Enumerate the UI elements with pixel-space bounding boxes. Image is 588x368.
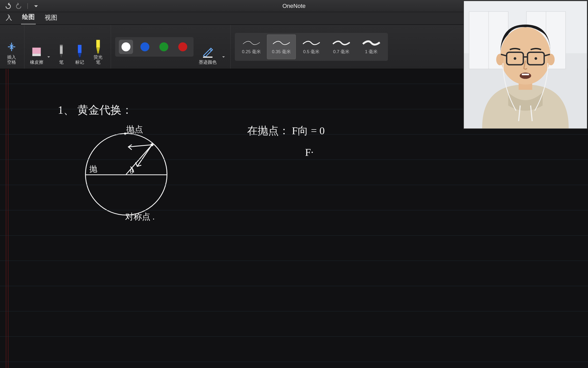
svg-rect-6 [78, 45, 82, 53]
highlighter-button[interactable]: 荧光 笔 [90, 41, 106, 69]
color-swatch-green[interactable] [157, 40, 171, 54]
insert-space-button[interactable]: 插入 空格 [4, 41, 19, 69]
svg-text:F·: F· [305, 146, 313, 158]
thickness-0-5[interactable]: 0.5 毫米 [297, 34, 326, 59]
horizontal-rule [0, 160, 588, 160]
thickness-1-label: 1 毫米 [365, 49, 378, 55]
marker-button[interactable]: 标记 [72, 46, 88, 69]
svg-rect-1 [32, 48, 41, 54]
eraser-icon [30, 46, 43, 58]
svg-marker-7 [78, 53, 82, 57]
tab-view[interactable]: 视图 [44, 11, 58, 24]
horizontal-rule [0, 311, 588, 311]
eraser-button[interactable]: 橡皮擦 [29, 46, 44, 69]
svg-point-38 [547, 54, 555, 65]
insert-space-icon [5, 41, 18, 53]
svg-rect-5 [60, 45, 63, 46]
chevron-down-icon[interactable] [33, 3, 39, 9]
thickness-0-25[interactable]: 0.25 毫米 [237, 34, 266, 59]
svg-point-44 [514, 57, 516, 60]
svg-rect-8 [79, 57, 80, 58]
svg-rect-11 [97, 52, 99, 53]
group-tools: 橡皮擦 笔 标记 荧光 笔 [24, 25, 108, 69]
horizontal-rule [0, 235, 588, 236]
presenter-illustration [464, 1, 587, 128]
marker-label: 标记 [75, 60, 84, 65]
horizontal-rule [0, 286, 588, 286]
horizontal-rule [0, 210, 588, 210]
color-swatch-bar [115, 37, 194, 57]
svg-marker-4 [60, 54, 63, 58]
undo-icon[interactable] [4, 3, 11, 9]
eraser-label: 橡皮擦 [30, 60, 43, 65]
svg-point-45 [535, 57, 537, 60]
eraser-dropdown[interactable] [47, 56, 51, 69]
svg-text:在抛点： F向 = 0: 在抛点： F向 = 0 [247, 125, 325, 137]
color-swatch-blue[interactable] [138, 40, 152, 54]
ink-color-icon [201, 46, 214, 58]
tab-draw[interactable]: 绘图 [21, 11, 36, 24]
group-colors: 墨迹颜色 [111, 25, 227, 69]
svg-rect-9 [96, 40, 100, 47]
ink-color-button[interactable]: 墨迹颜色 [199, 46, 217, 69]
pen-icon [55, 46, 68, 58]
svg-point-46 [520, 73, 531, 79]
group-thickness: 0.25 毫米 0.35 毫米 0.5 毫米 0.7 毫米 1 毫米 [230, 25, 389, 69]
svg-point-37 [496, 54, 504, 65]
thickness-0-35[interactable]: 0.35 毫米 [267, 34, 296, 59]
color-swatch-white[interactable] [119, 40, 133, 54]
svg-rect-12 [203, 57, 212, 58]
svg-line-18 [137, 145, 152, 166]
svg-marker-10 [96, 47, 100, 51]
svg-text:对称点 .: 对称点 . [125, 212, 155, 221]
thickness-0-35-label: 0.35 毫米 [272, 49, 291, 55]
highlighter-icon [92, 41, 104, 53]
pen-label: 笔 [59, 60, 64, 65]
svg-point-19 [151, 144, 153, 146]
thickness-1[interactable]: 1 毫米 [357, 34, 386, 59]
svg-text:抛: 抛 [89, 165, 97, 173]
ink-color-dropdown[interactable] [222, 56, 226, 69]
ink-color-label: 墨迹颜色 [199, 60, 217, 65]
thickness-bar: 0.25 毫米 0.35 毫米 0.5 毫米 0.7 毫米 1 毫米 [235, 33, 388, 61]
horizontal-rule [0, 362, 588, 362]
svg-rect-47 [522, 74, 529, 75]
quick-access-toolbar [0, 3, 39, 9]
horizontal-rule [0, 185, 588, 185]
redo-icon[interactable] [16, 3, 23, 9]
thickness-0-7-label: 0.7 毫米 [333, 49, 349, 55]
webcam-overlay [463, 1, 587, 129]
pen-button[interactable]: 笔 [53, 46, 69, 69]
svg-text:抛点: 抛点 [126, 125, 143, 134]
horizontal-rule [0, 261, 588, 261]
qat-divider [27, 3, 28, 9]
svg-text:θ: θ [130, 168, 133, 175]
group-insert-space: 插入 空格 [2, 25, 21, 69]
horizontal-rule [0, 336, 588, 337]
highlighter-label: 荧光 笔 [94, 55, 103, 65]
marker-icon [73, 46, 86, 58]
color-swatch-red[interactable] [176, 40, 190, 54]
thickness-0-5-label: 0.5 毫米 [303, 49, 320, 55]
svg-line-17 [128, 145, 152, 147]
svg-text:1、 黄金代换：: 1、 黄金代换： [58, 104, 133, 116]
thickness-0-25-label: 0.25 毫米 [242, 49, 261, 55]
svg-rect-2 [32, 54, 41, 56]
horizontal-rule [0, 134, 588, 135]
thickness-0-7[interactable]: 0.7 毫米 [327, 34, 356, 59]
insert-space-label: 插入 空格 [7, 55, 16, 65]
tab-insert-partial[interactable]: 入 [5, 11, 13, 24]
